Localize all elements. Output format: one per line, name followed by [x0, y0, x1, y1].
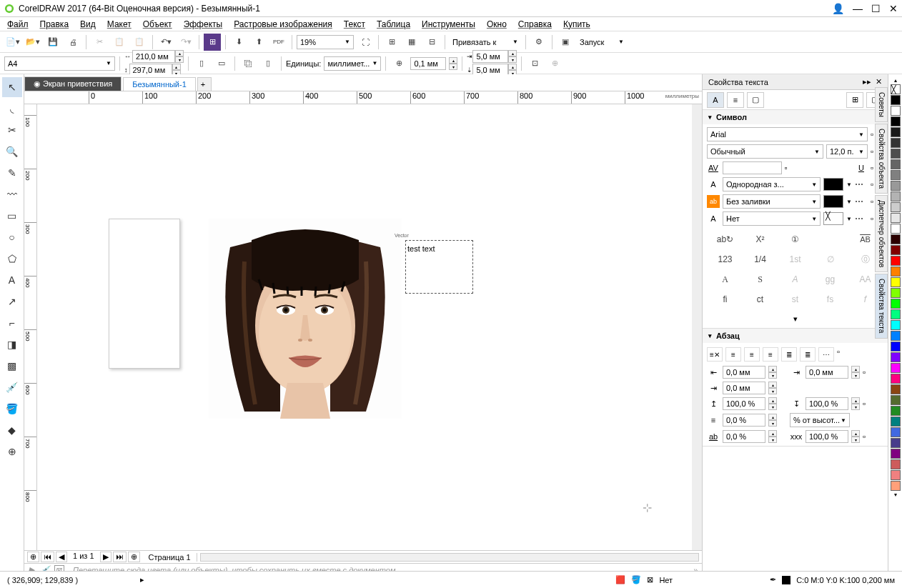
page-add-after-button[interactable]: ⊕	[128, 552, 140, 562]
treat-as-button[interactable]: ⊡	[526, 55, 543, 72]
outline-dropdown[interactable]: Нет▼	[723, 211, 821, 226]
width-up[interactable]: ▴	[175, 50, 184, 56]
transparency-tool[interactable]: ▩	[2, 356, 22, 376]
ruler-vertical[interactable]: 100 200 300 400 500 600 700 800	[24, 104, 37, 550]
guides-button[interactable]: ⊟	[423, 34, 440, 51]
page-first-button[interactable]: ⏮	[41, 552, 54, 562]
palette-swatch[interactable]	[891, 417, 901, 427]
menu-object[interactable]: Объект	[143, 19, 172, 29]
save-button[interactable]: 💾	[44, 34, 61, 51]
parallel-dim-tool[interactable]: ↗	[2, 291, 22, 312]
docker-hints[interactable]: Советы	[875, 87, 888, 122]
nudge-input[interactable]	[410, 57, 446, 70]
palette-up-icon[interactable]: ▴	[894, 77, 897, 84]
current-page-button[interactable]: ▯	[259, 55, 277, 72]
palette-swatch[interactable]	[891, 181, 901, 191]
page-tab[interactable]: Страница 1	[143, 553, 197, 562]
quick-customize[interactable]: ⊕	[2, 442, 22, 462]
page-size-dropdown[interactable]: A4▼	[4, 56, 115, 71]
palette-swatch[interactable]	[891, 352, 901, 362]
undo-button[interactable]: ↶▾	[157, 34, 174, 51]
text-tool[interactable]: A	[2, 270, 22, 290]
page-last-button[interactable]: ⏭	[113, 552, 127, 562]
palette-swatch[interactable]	[891, 277, 901, 287]
text-frame[interactable]: test text	[405, 240, 473, 294]
typo-123[interactable]: 123	[710, 251, 740, 267]
canvas[interactable]: Vector test text ⊹	[37, 104, 702, 550]
indent-right-input[interactable]	[806, 366, 848, 379]
zoom-tool[interactable]: 🔍	[2, 141, 22, 161]
palette-down-icon[interactable]: ▾	[894, 492, 897, 498]
palette-swatch[interactable]	[891, 449, 901, 459]
eyedropper-tool[interactable]: 💉	[2, 377, 22, 397]
tab-welcome[interactable]: ◉ Экран приветствия	[24, 76, 122, 91]
fill-swatch-icon[interactable]: 🪣	[631, 575, 641, 584]
new-button[interactable]: 📄▾	[4, 34, 21, 51]
export-button[interactable]: ⬆	[250, 34, 267, 51]
polygon-tool[interactable]: ⬠	[2, 249, 22, 269]
palette-swatch[interactable]	[891, 127, 901, 137]
portrait-button[interactable]: ▯	[193, 55, 210, 72]
font-size-input[interactable]: 12,0 п.▼	[826, 144, 868, 159]
palette-swatch[interactable]	[891, 470, 901, 480]
menu-effects[interactable]: Эффекты	[184, 19, 223, 29]
bg-fill-dropdown[interactable]: Без заливки▼	[723, 194, 821, 209]
launch-icon[interactable]: ▣	[557, 34, 574, 51]
outline-color-swatch[interactable]: ╳	[823, 212, 843, 225]
close-button[interactable]: ✕	[889, 3, 898, 14]
palette-swatch[interactable]	[891, 374, 901, 384]
print-button[interactable]: 🖨	[64, 34, 81, 51]
smart-fill-tool[interactable]: ◆	[2, 420, 22, 440]
menu-buy[interactable]: Купить	[563, 19, 590, 29]
units-dropdown[interactable]: миллимет...▼	[324, 56, 381, 71]
palette-swatch[interactable]	[891, 320, 901, 330]
typo-slashed-zero[interactable]: ∅	[815, 251, 846, 267]
align-none[interactable]: ≡✕	[707, 347, 723, 362]
menu-text[interactable]: Текст	[344, 19, 365, 29]
bg-color-swatch[interactable]	[823, 195, 843, 208]
fill-type-dropdown[interactable]: Однородная з...▼	[723, 177, 821, 191]
crop-tool[interactable]: ✂	[2, 120, 22, 140]
options-button[interactable]: ⚙	[530, 34, 547, 51]
search-button[interactable]: ⊞	[204, 34, 221, 51]
artistic-media-tool[interactable]: 〰	[2, 184, 22, 204]
fill-color-swatch[interactable]	[823, 178, 843, 191]
typo-ct[interactable]: ct	[745, 291, 775, 307]
palette-swatch[interactable]	[891, 256, 901, 266]
underline-icon[interactable]: U	[855, 161, 868, 174]
align-justify[interactable]: ≣	[781, 347, 797, 362]
tab-add-icon[interactable]: ⊞	[846, 92, 863, 108]
drop-shadow-tool[interactable]: ◨	[2, 334, 22, 354]
char-spacing-input[interactable]	[723, 430, 765, 443]
minimize-button[interactable]: —	[853, 3, 863, 14]
align-full-justify[interactable]: ≣	[800, 347, 816, 362]
launch-dropdown[interactable]: Запуск▼	[577, 35, 627, 49]
redo-button[interactable]: ↷▾	[177, 34, 194, 51]
line-spacing-input[interactable]	[723, 414, 765, 427]
palette-swatch[interactable]	[891, 138, 901, 148]
align-left[interactable]: ≡	[725, 347, 741, 362]
docker-object-props[interactable]: Свойства объекта	[875, 124, 888, 194]
indent-first-input[interactable]	[723, 382, 765, 394]
palette-swatch[interactable]	[891, 266, 901, 276]
landscape-button[interactable]: ▭	[213, 55, 230, 72]
palette-swatch[interactable]	[891, 438, 901, 448]
menu-help[interactable]: Справка	[518, 19, 552, 29]
color-proof-icon[interactable]: 🟥	[615, 575, 625, 584]
typo-st[interactable]: st	[780, 291, 811, 307]
page-add-button[interactable]: ⊕	[27, 552, 39, 562]
docker-collapse-icon[interactable]: ▸▸	[863, 77, 871, 86]
typo-ab-rotate[interactable]: ab↻	[710, 231, 740, 247]
width-down[interactable]: ▾	[175, 56, 184, 63]
line-unit-dropdown[interactable]: % от высот...▼	[790, 413, 850, 427]
tab-paragraph[interactable]: ≡	[727, 92, 744, 108]
menu-table[interactable]: Таблица	[377, 19, 410, 29]
page-prev-button[interactable]: ◀	[56, 552, 67, 562]
typo-fraction[interactable]: 1/4	[745, 251, 775, 267]
grid-button[interactable]: ▦	[403, 34, 420, 51]
palette-swatch[interactable]	[891, 245, 901, 255]
freehand-tool[interactable]: ✎	[2, 163, 22, 183]
paste-button[interactable]: 📋	[131, 34, 148, 51]
outline-pen-icon[interactable]: ✒	[770, 575, 776, 584]
add-preset-button[interactable]: ⊕	[546, 55, 563, 72]
